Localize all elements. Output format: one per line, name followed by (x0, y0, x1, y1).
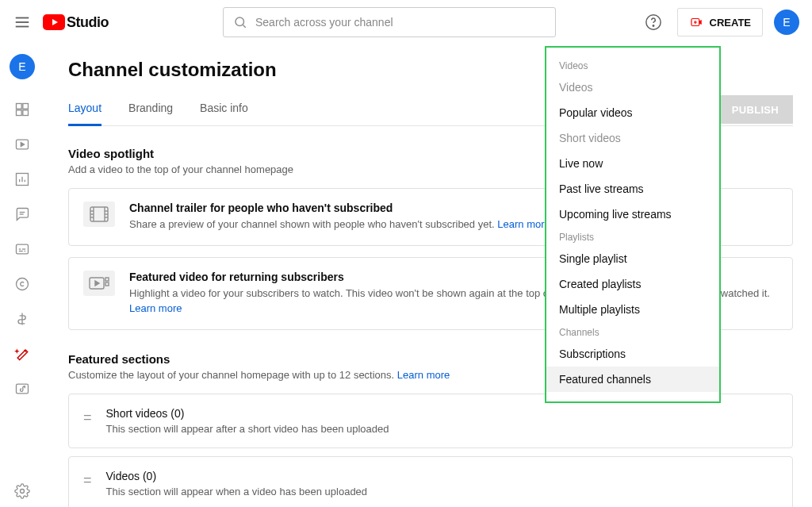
tab-branding[interactable]: Branding (128, 94, 173, 125)
svg-rect-41 (105, 278, 109, 281)
section-item-desc: This section will appear after a short v… (106, 423, 389, 435)
rail-audio-library-icon[interactable] (6, 373, 38, 405)
popover-item-past-live[interactable]: Past live streams (546, 176, 719, 202)
help-icon[interactable] (641, 10, 666, 35)
popover-item-popular-videos[interactable]: Popular videos (546, 100, 719, 125)
popover-item-featured-channels[interactable]: Featured channels (546, 367, 719, 392)
menu-icon[interactable] (13, 13, 32, 32)
avatar[interactable]: E (774, 10, 799, 35)
trailer-icon (83, 202, 115, 227)
left-rail: E (0, 44, 44, 507)
create-label: CREATE (710, 17, 751, 29)
rail-subtitles-icon[interactable] (6, 233, 38, 265)
popover-group-label: Channels (546, 322, 719, 341)
svg-marker-40 (95, 281, 99, 286)
svg-line-4 (243, 25, 245, 27)
youtube-studio-logo[interactable]: Studio (43, 14, 109, 31)
svg-rect-12 (17, 110, 22, 116)
popover-item-videos[interactable]: Videos (546, 75, 719, 100)
search-icon (233, 15, 247, 29)
create-icon (689, 15, 703, 29)
section-item-title: Short videos (0) (106, 407, 389, 420)
popover-item-upcoming-live[interactable]: Upcoming live streams (546, 202, 719, 227)
section-card-videos: = Videos (0) This section will appear wh… (68, 456, 793, 507)
popover-item-multiple-playlists[interactable]: Multiple playlists (546, 297, 719, 322)
popover-item-short-videos[interactable]: Short videos (546, 125, 719, 151)
svg-rect-11 (23, 104, 29, 109)
search-placeholder: Search across your channel (255, 16, 393, 29)
section-item-desc: This section will appear when a video ha… (106, 486, 368, 497)
rail-dashboard-icon[interactable] (6, 94, 38, 125)
section-item-title: Videos (0) (106, 470, 368, 482)
svg-point-29 (21, 490, 25, 494)
main-content: Channel customization Layout Branding Ba… (44, 44, 812, 507)
popover-item-subscriptions[interactable]: Subscriptions (546, 341, 719, 367)
rail-settings-icon[interactable] (6, 475, 38, 507)
svg-rect-42 (105, 282, 109, 286)
drag-handle-icon[interactable]: = (83, 407, 92, 424)
rail-customization-icon[interactable] (6, 338, 38, 370)
publish-button[interactable]: PUBLISH (718, 95, 793, 124)
rail-copyright-icon[interactable] (6, 268, 38, 300)
tab-basic-info[interactable]: Basic info (200, 94, 248, 125)
rail-content-icon[interactable] (6, 129, 38, 160)
tab-layout[interactable]: Layout (68, 94, 102, 125)
svg-rect-10 (17, 104, 22, 109)
rail-comments-icon[interactable] (6, 198, 38, 230)
learn-more-link[interactable]: Learn more (397, 369, 450, 381)
add-section-popover: Videos Videos Popular videos Short video… (545, 46, 721, 403)
svg-point-3 (236, 17, 244, 26)
svg-point-27 (17, 278, 29, 290)
popover-group-label: Playlists (546, 227, 719, 246)
popover-item-live-now[interactable]: Live now (546, 151, 719, 176)
learn-more-link[interactable]: Learn more (129, 302, 182, 314)
rail-analytics-icon[interactable] (6, 163, 38, 195)
top-bar: Studio Search across your channel CREATE… (0, 0, 812, 44)
create-button[interactable]: CREATE (677, 8, 763, 36)
search-wrap: Search across your channel (223, 7, 556, 37)
youtube-play-icon (43, 14, 65, 30)
rail-avatar[interactable]: E (10, 54, 35, 79)
drag-handle-icon[interactable]: = (83, 470, 92, 487)
popover-item-single-playlist[interactable]: Single playlist (546, 246, 719, 271)
featured-video-icon (83, 271, 115, 296)
search-input[interactable]: Search across your channel (223, 7, 556, 37)
svg-point-6 (653, 25, 653, 26)
logo-text: Studio (67, 14, 109, 31)
tabs: Layout Branding Basic info (68, 94, 248, 125)
learn-more-link[interactable]: Learn more (497, 218, 550, 230)
rail-monetization-icon[interactable] (6, 303, 38, 335)
popover-group-label: Videos (546, 56, 719, 75)
svg-rect-28 (17, 384, 29, 394)
svg-rect-13 (23, 110, 29, 116)
popover-item-created-playlists[interactable]: Created playlists (546, 271, 719, 297)
svg-marker-15 (21, 143, 24, 147)
